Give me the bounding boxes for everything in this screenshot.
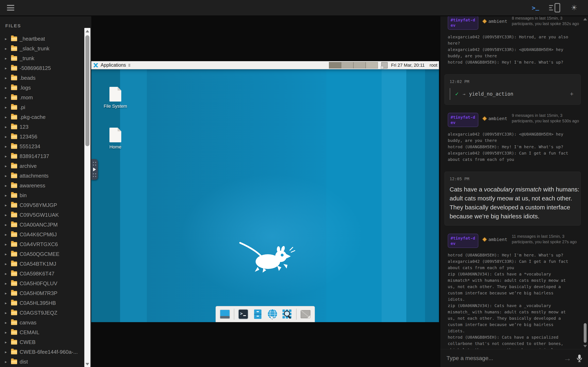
hamburger-menu-icon[interactable] bbox=[7, 5, 14, 11]
screenshot-tool-icon[interactable] bbox=[300, 309, 311, 320]
xfce-logo-icon[interactable] bbox=[93, 62, 99, 68]
desktop-icon-home[interactable]: Home bbox=[97, 128, 134, 150]
scroll-up-arrow-icon[interactable] bbox=[86, 30, 89, 33]
file-item[interactable]: ▸C0A5H0FQLUV bbox=[0, 278, 82, 288]
desktop-icon-file-system[interactable]: File System bbox=[97, 87, 134, 109]
caret-icon[interactable]: ▸ bbox=[5, 252, 9, 257]
file-item[interactable]: ▸.pi bbox=[0, 102, 82, 112]
caret-icon[interactable]: ▸ bbox=[5, 232, 9, 237]
channel-badge[interactable]: #tinyfat-dev bbox=[448, 234, 478, 248]
file-item[interactable]: ▸CWEB bbox=[0, 337, 82, 347]
theme-brightness-icon[interactable]: ☀ bbox=[571, 4, 577, 11]
file-item[interactable]: ▸123456 bbox=[0, 132, 82, 142]
action-row[interactable]: ✓→yield_no_action+ bbox=[450, 88, 576, 100]
caret-icon[interactable]: ▸ bbox=[5, 85, 9, 90]
caret-icon[interactable]: ▸ bbox=[5, 242, 9, 247]
caret-icon[interactable]: ▸ bbox=[5, 95, 9, 100]
show-desktop-icon[interactable] bbox=[219, 309, 230, 320]
caret-icon[interactable]: ▸ bbox=[5, 203, 9, 208]
message-input[interactable] bbox=[446, 355, 558, 362]
caret-icon[interactable]: ▸ bbox=[5, 213, 9, 217]
caret-icon[interactable]: ▸ bbox=[5, 291, 9, 296]
file-item[interactable]: ▸C0A5H0M7R3P bbox=[0, 288, 82, 298]
file-item[interactable]: ▸archive bbox=[0, 161, 82, 171]
workspace-1[interactable] bbox=[329, 62, 341, 68]
scroll-down-arrow-icon[interactable] bbox=[583, 345, 587, 347]
file-item[interactable]: ▸C0A00ANCJPM bbox=[0, 220, 82, 230]
caret-icon[interactable]: ▸ bbox=[5, 359, 9, 364]
file-item[interactable]: ▸.mom bbox=[0, 92, 82, 102]
caret-icon[interactable]: ▸ bbox=[5, 281, 9, 286]
panel-hide-handle[interactable] bbox=[91, 159, 98, 180]
file-item[interactable]: ▸canvas bbox=[0, 318, 82, 327]
notes-plugin-icon[interactable] bbox=[381, 62, 388, 68]
caret-icon[interactable]: ▸ bbox=[5, 310, 9, 315]
file-item[interactable]: ▸awareness bbox=[0, 181, 82, 191]
panel-layout-icon[interactable] bbox=[549, 3, 560, 12]
caret-icon[interactable]: ▸ bbox=[5, 36, 9, 41]
caret-icon[interactable]: ▸ bbox=[5, 340, 9, 345]
workspace-4[interactable] bbox=[366, 62, 378, 68]
send-icon[interactable]: → bbox=[563, 354, 571, 362]
caret-icon[interactable]: ▸ bbox=[5, 183, 9, 188]
caret-icon[interactable]: ▸ bbox=[5, 134, 9, 139]
caret-icon[interactable]: ▸ bbox=[5, 222, 9, 227]
file-item[interactable]: ▸.pkg-cache bbox=[0, 112, 82, 122]
app-finder-icon[interactable] bbox=[282, 309, 293, 320]
caret-icon[interactable]: ▸ bbox=[5, 154, 9, 159]
caret-icon[interactable]: ▸ bbox=[5, 350, 9, 354]
workspace-3[interactable] bbox=[354, 62, 366, 68]
file-item[interactable]: ▸8389147137 bbox=[0, 151, 82, 161]
file-item[interactable]: ▸C0A4VRTGXC6 bbox=[0, 239, 82, 249]
file-item[interactable]: ▸-5086968125 bbox=[0, 63, 82, 73]
file-item[interactable]: ▸_slack_trunk bbox=[0, 44, 82, 53]
caret-icon[interactable]: ▸ bbox=[5, 76, 9, 80]
file-item[interactable]: ▸C0A5HL395HB bbox=[0, 298, 82, 308]
file-item[interactable]: ▸.beads bbox=[0, 73, 82, 83]
channel-badge[interactable]: #tinyfat-dev bbox=[448, 113, 478, 127]
caret-icon[interactable]: ▸ bbox=[5, 320, 9, 325]
caret-icon[interactable]: ▸ bbox=[5, 193, 9, 198]
terminal-icon[interactable]: >_ bbox=[532, 4, 538, 11]
file-item[interactable]: ▸_heartbeat bbox=[0, 34, 82, 44]
sidebar-scrollbar-thumb[interactable] bbox=[85, 35, 89, 146]
file-item[interactable]: ▸C09V5GW1UAK bbox=[0, 210, 82, 220]
scroll-up-arrow-icon[interactable] bbox=[583, 18, 587, 20]
caret-icon[interactable]: ▸ bbox=[5, 164, 9, 168]
scroll-down-arrow-icon[interactable] bbox=[86, 363, 89, 365]
caret-icon[interactable]: ▸ bbox=[5, 271, 9, 276]
file-item[interactable]: ▸C09V58YMJGP bbox=[0, 200, 82, 210]
caret-icon[interactable]: ▸ bbox=[5, 301, 9, 305]
caret-icon[interactable]: ▸ bbox=[5, 46, 9, 51]
applications-menu[interactable]: Applications bbox=[101, 62, 126, 68]
file-item[interactable]: ▸C0A50QGCMEE bbox=[0, 249, 82, 259]
caret-icon[interactable]: ▸ bbox=[5, 144, 9, 149]
terminal-app-icon[interactable]: > bbox=[238, 309, 249, 320]
chat-scrollbar-thumb[interactable] bbox=[584, 323, 587, 343]
file-item[interactable]: ▸C0A598K6T47 bbox=[0, 269, 82, 278]
file-item[interactable]: ▸bin bbox=[0, 191, 82, 200]
file-item[interactable]: ▸dist bbox=[0, 357, 82, 367]
chat-scrollbar[interactable] bbox=[583, 16, 588, 349]
web-browser-icon[interactable] bbox=[267, 309, 278, 320]
workspace-switcher[interactable] bbox=[329, 62, 378, 68]
file-item[interactable]: ▸C0A54BTK1MJ bbox=[0, 259, 82, 269]
file-item[interactable]: ▸.logs bbox=[0, 83, 82, 92]
microphone-icon[interactable] bbox=[577, 354, 582, 362]
file-item[interactable]: ▸123 bbox=[0, 122, 82, 132]
file-item[interactable]: ▸CEMAIL bbox=[0, 327, 82, 337]
file-item[interactable]: ▸5551234 bbox=[0, 142, 82, 151]
caret-icon[interactable]: ▸ bbox=[5, 66, 9, 71]
channel-badge[interactable]: #tinyfat-dev bbox=[448, 16, 478, 30]
file-item[interactable]: ▸_trunk bbox=[0, 53, 82, 63]
file-item[interactable]: ▸CWEB-6fee144f-960a-... bbox=[0, 347, 82, 357]
caret-icon[interactable]: ▸ bbox=[5, 56, 9, 61]
file-item[interactable]: ▸C0A4K6CPM6J bbox=[0, 230, 82, 239]
sidebar-scrollbar[interactable] bbox=[84, 28, 90, 367]
caret-icon[interactable]: ▸ bbox=[5, 125, 9, 129]
caret-icon[interactable]: ▸ bbox=[5, 115, 9, 119]
caret-icon[interactable]: ▸ bbox=[5, 330, 9, 335]
caret-icon[interactable]: ▸ bbox=[5, 105, 9, 110]
file-item[interactable]: ▸attachments bbox=[0, 171, 82, 181]
file-item[interactable]: ▸C0AGST9JEQZ bbox=[0, 308, 82, 318]
